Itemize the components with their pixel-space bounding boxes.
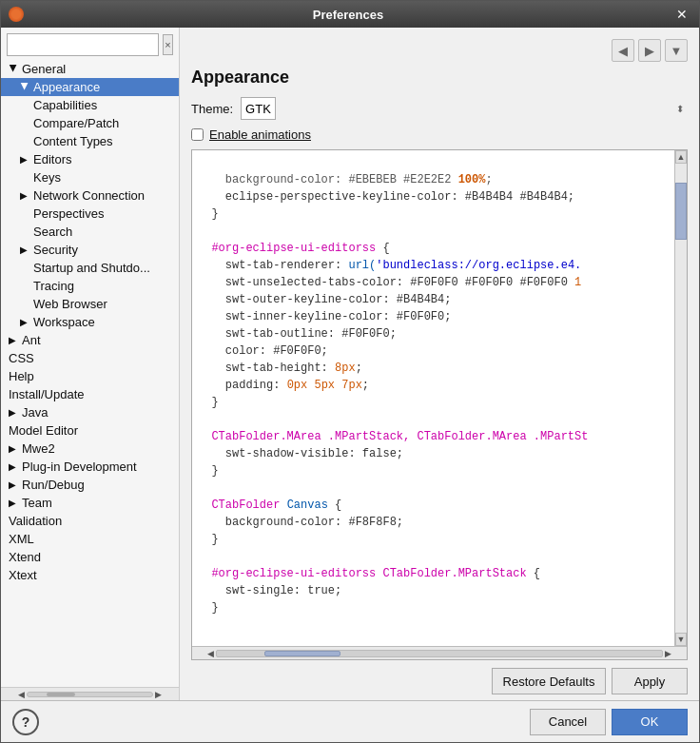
expand-arrow-ant: ▶ xyxy=(9,335,18,345)
scroll-left-arrow[interactable]: ◀ xyxy=(16,690,27,699)
sidebar-item-label: Mwe2 xyxy=(22,441,55,456)
h-scroll-track[interactable] xyxy=(27,692,153,697)
sidebar-item-java[interactable]: ▶ Java xyxy=(1,403,179,421)
sidebar-item-label: Workspace xyxy=(33,315,95,329)
sidebar-item-workspace[interactable]: ▶ Workspace xyxy=(1,313,179,331)
expand-arrow-mwe2: ▶ xyxy=(9,443,18,454)
code-editor-inner: background-color: #EBEBEB #E2E2E2 100%; … xyxy=(192,150,687,646)
nav-forward-icon: ▶ xyxy=(645,44,654,58)
sidebar-item-team[interactable]: ▶ Team xyxy=(1,494,179,512)
sidebar-item-plugin-development[interactable]: ▶ Plug-in Development xyxy=(1,458,179,476)
sidebar-item-css[interactable]: CSS xyxy=(1,349,179,367)
sidebar-item-tracing[interactable]: Tracing xyxy=(1,277,179,295)
sidebar-item-perspectives[interactable]: Perspectives xyxy=(1,205,179,223)
sidebar-item-content-types[interactable]: Content Types xyxy=(1,132,179,150)
sidebar-item-label: Appearance xyxy=(33,80,100,94)
theme-select[interactable]: GTK xyxy=(241,97,276,120)
bottom-bar: ? Cancel OK xyxy=(1,700,699,742)
nav-forward-button[interactable]: ▶ xyxy=(638,39,661,62)
scroll-up-button[interactable]: ▲ xyxy=(675,150,687,164)
sidebar-item-web-browser[interactable]: Web Browser xyxy=(1,295,179,313)
sidebar-item-startup-shutdown[interactable]: Startup and Shutdo... xyxy=(1,259,179,277)
sidebar-item-label: Xtend xyxy=(9,550,41,564)
sidebar-item-model-editor[interactable]: Model Editor xyxy=(1,421,179,440)
code-h-thumb[interactable] xyxy=(264,651,340,656)
tree-view: ▶ General ▶ Appearance Capabilities Comp… xyxy=(1,60,179,687)
code-h-track[interactable] xyxy=(216,650,663,657)
sidebar-item-label: Web Browser xyxy=(33,297,107,311)
sidebar-item-label: Plug-in Development xyxy=(22,459,137,474)
sidebar-item-label: General xyxy=(22,62,66,76)
sidebar-item-ant[interactable]: ▶ Ant xyxy=(1,331,179,349)
v-scrollbar[interactable]: ▲ ▼ xyxy=(674,150,687,646)
theme-label: Theme: xyxy=(191,102,233,116)
ok-button[interactable]: OK xyxy=(612,709,688,735)
search-input[interactable] xyxy=(7,33,159,56)
sidebar-item-label: Validation xyxy=(9,514,62,528)
chevron-down-icon: ▼ xyxy=(671,44,683,58)
sidebar-item-network-connection[interactable]: ▶ Network Connection xyxy=(1,186,179,205)
sidebar-item-xml[interactable]: XML xyxy=(1,530,179,548)
v-scroll-track[interactable] xyxy=(675,164,687,633)
sidebar-item-xtext[interactable]: Xtext xyxy=(1,566,179,584)
cancel-button[interactable]: Cancel xyxy=(530,709,606,735)
code-h-scrollbar[interactable]: ◀ ▶ xyxy=(192,646,687,659)
sidebar-item-validation[interactable]: Validation xyxy=(1,512,179,530)
scroll-down-button[interactable]: ▼ xyxy=(675,633,687,646)
sidebar-item-label: CSS xyxy=(9,351,34,365)
search-clear-button[interactable]: × xyxy=(163,34,173,55)
sidebar-item-mwe2[interactable]: ▶ Mwe2 xyxy=(1,440,179,458)
sidebar-item-label: Keys xyxy=(33,170,61,185)
sidebar-item-run-debug[interactable]: ▶ Run/Debug xyxy=(1,476,179,494)
left-panel: × ▶ General ▶ Appearance Capabilities xyxy=(1,28,180,700)
title-bar: Preferences ✕ xyxy=(1,1,699,28)
sidebar-item-label: Capabilities xyxy=(33,98,97,112)
help-button[interactable]: ? xyxy=(12,709,39,735)
code-editor: background-color: #EBEBEB #E2E2E2 100%; … xyxy=(191,149,688,660)
sidebar-item-label: Compare/Patch xyxy=(33,116,119,130)
expand-arrow-network: ▶ xyxy=(20,190,29,201)
search-wrap: × xyxy=(1,28,179,60)
code-scroll-left-arrow[interactable]: ◀ xyxy=(205,649,216,658)
sidebar-item-label: Tracing xyxy=(33,279,74,293)
right-panel: ◀ ▶ ▼ Appearance Theme: GTK xyxy=(180,28,699,700)
preferences-dialog: Preferences ✕ × ▶ General ▶ Appea xyxy=(0,0,700,743)
sidebar-item-search[interactable]: Search xyxy=(1,223,179,241)
enable-animations-label[interactable]: Enable animations xyxy=(209,127,311,142)
sidebar-item-compare-patch[interactable]: Compare/Patch xyxy=(1,114,179,132)
apply-button[interactable]: Apply xyxy=(612,668,688,694)
sidebar-item-label: Xtext xyxy=(9,568,37,582)
h-scroll-thumb[interactable] xyxy=(47,693,75,696)
code-content[interactable]: background-color: #EBEBEB #E2E2E2 100%; … xyxy=(192,150,687,646)
sidebar-item-label: Model Editor xyxy=(9,423,78,438)
sidebar-item-appearance[interactable]: ▶ Appearance xyxy=(1,78,179,96)
sidebar-item-xtend[interactable]: Xtend xyxy=(1,548,179,566)
dialog-body: × ▶ General ▶ Appearance Capabilities xyxy=(1,28,699,700)
sidebar-item-label: Security xyxy=(33,243,78,257)
right-dialog-buttons: Cancel OK xyxy=(530,709,688,735)
sidebar-item-capabilities[interactable]: Capabilities xyxy=(1,96,179,114)
sidebar-item-security[interactable]: ▶ Security xyxy=(1,241,179,259)
sidebar-item-help[interactable]: Help xyxy=(1,367,179,385)
expand-arrow-general: ▶ xyxy=(9,65,19,74)
scroll-right-arrow[interactable]: ▶ xyxy=(153,690,164,699)
sidebar-item-label: XML xyxy=(9,532,34,546)
v-scroll-thumb[interactable] xyxy=(675,183,687,240)
sidebar-item-install-update[interactable]: Install/Update xyxy=(1,385,179,403)
expand-arrow-team: ▶ xyxy=(9,498,18,508)
expand-arrow-run-debug: ▶ xyxy=(9,479,18,490)
enable-animations-row: Enable animations xyxy=(191,127,688,142)
nav-back-button[interactable]: ◀ xyxy=(612,39,634,62)
restore-defaults-button[interactable]: Restore Defaults xyxy=(492,668,606,694)
left-h-scrollbar[interactable]: ◀ ▶ xyxy=(1,687,179,700)
expand-arrow-security: ▶ xyxy=(20,244,29,255)
sidebar-item-keys[interactable]: Keys xyxy=(1,168,179,186)
close-button[interactable]: ✕ xyxy=(672,7,691,22)
nav-dropdown-button[interactable]: ▼ xyxy=(665,39,688,62)
sidebar-item-label: Help xyxy=(9,369,34,383)
sidebar-item-editors[interactable]: ▶ Editors xyxy=(1,150,179,168)
sidebar-item-general[interactable]: ▶ General xyxy=(1,60,179,78)
code-scroll-right-arrow[interactable]: ▶ xyxy=(663,649,673,658)
sidebar-item-label: Team xyxy=(22,496,52,510)
enable-animations-checkbox[interactable] xyxy=(191,128,204,141)
